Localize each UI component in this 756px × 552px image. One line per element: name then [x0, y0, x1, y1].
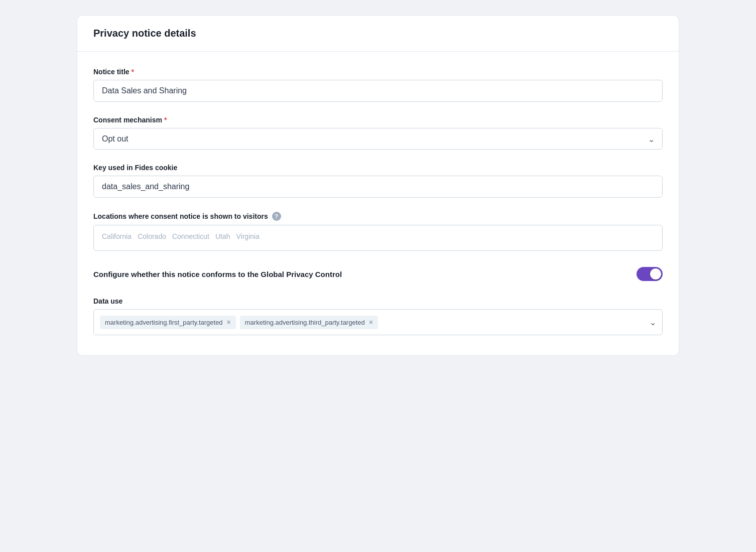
notice-title-group: Notice title *	[93, 68, 663, 102]
consent-mechanism-select-wrapper: Opt out Opt in Notice only ⌄	[93, 128, 663, 150]
data-use-tag-third-party: marketing.advertising.third_party.target…	[240, 316, 378, 329]
locations-container: California Colorado Connecticut Utah Vir…	[93, 225, 663, 251]
data-use-tag-first-party-label: marketing.advertising.first_party.target…	[105, 319, 223, 326]
fides-cookie-key-group: Key used in Fides cookie	[93, 164, 663, 198]
data-use-label: Data use	[93, 297, 663, 305]
locations-label: Locations where consent notice is shown …	[93, 212, 663, 221]
data-use-tag-third-party-close[interactable]: ×	[369, 319, 373, 326]
notice-title-label: Notice title *	[93, 68, 663, 76]
location-utah: Utah	[215, 232, 230, 243]
gpc-label: Configure whether this notice conforms t…	[93, 270, 342, 279]
locations-group: Locations where consent notice is shown …	[93, 212, 663, 251]
location-colorado: Colorado	[138, 232, 166, 243]
data-use-group: Data use marketing.advertising.first_par…	[93, 297, 663, 335]
consent-mechanism-required: *	[164, 116, 167, 124]
data-use-tag-third-party-label: marketing.advertising.third_party.target…	[245, 319, 365, 326]
toggle-thumb	[650, 268, 661, 280]
data-use-tag-first-party: marketing.advertising.first_party.target…	[100, 316, 236, 329]
privacy-notice-card: Privacy notice details Notice title * Co…	[77, 15, 679, 356]
location-virginia: Virginia	[236, 232, 259, 243]
gpc-toggle[interactable]	[637, 267, 663, 281]
notice-title-input[interactable]	[93, 80, 663, 102]
page-title: Privacy notice details	[93, 28, 663, 39]
data-use-chevron-icon[interactable]: ⌄	[650, 318, 656, 327]
locations-help-icon[interactable]: ?	[272, 212, 281, 221]
fides-cookie-key-label: Key used in Fides cookie	[93, 164, 663, 172]
location-connecticut: Connecticut	[172, 232, 209, 243]
data-use-container[interactable]: marketing.advertising.first_party.target…	[93, 309, 663, 335]
card-body: Notice title * Consent mechanism * Opt o…	[77, 52, 679, 355]
fides-cookie-key-input[interactable]	[93, 176, 663, 198]
data-use-tag-pills: marketing.advertising.first_party.target…	[100, 316, 644, 329]
location-california: California	[102, 232, 132, 243]
consent-mechanism-label: Consent mechanism *	[93, 116, 663, 124]
gpc-row: Configure whether this notice conforms t…	[93, 265, 663, 283]
notice-title-required: *	[132, 68, 134, 76]
consent-mechanism-select[interactable]: Opt out Opt in Notice only	[93, 128, 663, 150]
consent-mechanism-group: Consent mechanism * Opt out Opt in Notic…	[93, 116, 663, 150]
data-use-tag-first-party-close[interactable]: ×	[227, 319, 231, 326]
card-header: Privacy notice details	[77, 16, 679, 52]
